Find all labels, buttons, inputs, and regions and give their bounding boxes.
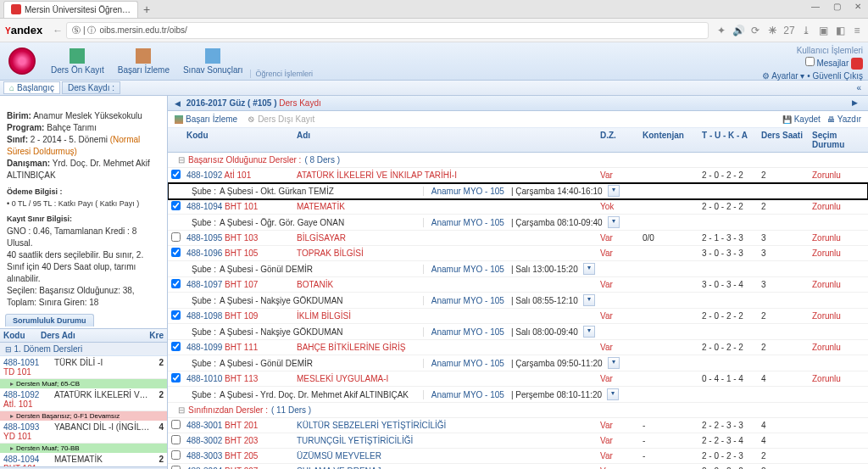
btn-ders-disi: 🛇 Ders Dışı Kayıt — [248, 114, 314, 124]
btn-kaydet[interactable]: 💾 Kaydet — [782, 114, 821, 124]
home-icon: ⌂ — [9, 83, 14, 92]
settings-button[interactable]: ⚙ Ayarlar ▾ — [762, 71, 805, 81]
addr-extensions: ✦ 🔊 ⟳ ☀ 27 ⤓ ▣ ◧ ≡ — [715, 25, 863, 36]
btn-yazdir[interactable]: 🖶 Yazdır — [827, 114, 861, 124]
section-fail[interactable]: ⊟Başarısız Olduğunuz Dersler : ( 8 Ders … — [168, 153, 868, 168]
table-row[interactable]: 488-3004 BHT 207 SULAMA VE DRENAJ Var - … — [168, 464, 868, 469]
course-row[interactable]: 488-1093 YD 101YABANCI DİL -I (İNGİLİZCE… — [0, 421, 167, 444]
table-row[interactable]: 488-3002 BHT 203 TURUNÇGİL YETİŞTİRİCİLİ… — [168, 433, 868, 449]
table-row[interactable]: 488-1094 BHT 101 MATEMATİK Yok 2 - 0 - 2… — [168, 199, 868, 215]
url-input[interactable]: Ⓢ | ⓘ oibs.mersin.edu.tr/oibs/ — [66, 22, 709, 39]
university-logo — [8, 47, 36, 75]
main-grid: Kodu Adı D.Z. Kontenjan T - U - K - A De… — [168, 128, 868, 469]
bars-icon — [175, 115, 183, 124]
table-row[interactable]: 488-1096 BHT 105 TOPRAK BİLGİSİ Var 3 - … — [168, 246, 868, 261]
section-class[interactable]: ⊟Sınıfınızdan Dersler : ( 11 Ders ) — [168, 403, 868, 418]
crumb-home[interactable]: ⌂Başlangıç — [3, 81, 60, 94]
tab-sorumluluk[interactable]: Sorumluluk Durumu — [5, 314, 94, 327]
limit-header: Kayıt Sınır Bilgisi: — [0, 212, 167, 226]
row-checkbox[interactable] — [171, 435, 181, 444]
right-panel: ◀ 2016-2017 Güz ( #105 ) Ders Kaydı ▶ Ba… — [168, 96, 868, 469]
row-checkbox[interactable] — [171, 310, 181, 320]
grid-header: Kodu Adı D.Z. Kontenjan T - U - K - A De… — [168, 128, 868, 153]
row-checkbox[interactable] — [171, 279, 181, 288]
row-checkbox[interactable] — [171, 373, 181, 382]
close-button[interactable]: ✕ — [851, 2, 865, 11]
left-panel: Birim: Anamur Meslek Yüksekokulu Program… — [0, 96, 168, 469]
group-row-1donem[interactable]: ⊟ 1. Dönem Dersleri — [0, 343, 167, 356]
tool-basari-izleme[interactable]: Başarı İzleme — [111, 48, 176, 75]
row-checkbox[interactable] — [171, 201, 181, 210]
table-row[interactable]: 488-1099 BHT 111 BAHÇE BİTKİLERİNE GİRİŞ… — [168, 340, 868, 355]
chart-icon — [70, 48, 85, 64]
row-checkbox[interactable] — [171, 466, 181, 469]
table-row[interactable]: 488-1092 Atİ 101 ATATÜRK İLKELERİ VE İNK… — [168, 168, 868, 183]
row-checkbox[interactable] — [171, 232, 181, 242]
semester-bar: ◀ 2016-2017 Güz ( #105 ) Ders Kaydı ▶ — [168, 96, 868, 111]
address-bar: Yandex ← Ⓢ | ⓘ oibs.mersin.edu.tr/oibs/ … — [0, 19, 868, 42]
yandex-logo: Yandex — [5, 24, 42, 36]
logout-button[interactable]: Güvenli Çıkış — [813, 71, 863, 81]
breadcrumb: ⌂Başlangıç Ders Kaydı : « — [0, 81, 868, 96]
limit-info: GNO : 0.46, Tamamlanan Kredi : 8 Ulusal.… — [0, 226, 167, 312]
messages-checkbox[interactable] — [805, 57, 815, 66]
ext-icon[interactable]: ⟳ — [749, 25, 761, 36]
weather-icon: ☀ — [766, 25, 778, 36]
menu-icon[interactable]: ≡ — [851, 25, 863, 36]
table-row[interactable]: 488-3003 BHT 205 ÜZÜMSÜ MEYVELER Var - 2… — [168, 449, 868, 464]
section-user-label: Kullanıcı İşlemleri — [762, 46, 863, 55]
url-text: oibs.mersin.edu.tr/oibs/ — [99, 25, 186, 35]
row-checkbox[interactable] — [171, 420, 181, 429]
course-row[interactable]: 488-1094 BHT 101MATEMATİK2 — [0, 453, 167, 466]
ext-icon[interactable]: ▣ — [817, 25, 829, 36]
row-checkbox[interactable] — [171, 450, 181, 460]
back-button[interactable]: ← — [49, 25, 66, 36]
tool-sinav-sonuclari[interactable]: Sınav Sonuçları — [176, 48, 250, 75]
maximize-button[interactable]: ▢ — [830, 2, 844, 11]
minimize-button[interactable]: — — [808, 2, 823, 11]
row-checkbox[interactable] — [171, 342, 181, 351]
score-icon — [205, 48, 220, 64]
chevron-right-icon[interactable]: ▶ — [852, 98, 858, 107]
ext-icon[interactable]: ◧ — [834, 25, 846, 36]
ext-icon[interactable]: ✦ — [715, 25, 727, 36]
tab-title: Mersin Üniversitesi Öğren… — [25, 5, 131, 14]
table-row[interactable]: 488-3001 BHT 201 KÜLTÜR SEBZELERİ YETİŞT… — [168, 418, 868, 433]
btn-basari-izleme[interactable]: Başarı İzleme — [175, 114, 237, 124]
user-panel: Kullanıcı İşlemleri Mesajlar ⚙ Ayarlar ▾… — [762, 46, 863, 82]
course-row[interactable]: 488-1091 TD 101TÜRK DİLİ -I2 — [0, 356, 167, 379]
status-row: Dersten Muaf; 70-BB — [0, 444, 167, 453]
sube-dropdown[interactable]: ▾ — [607, 388, 619, 400]
row-checkbox[interactable] — [171, 248, 181, 257]
sube-dropdown[interactable]: ▾ — [583, 326, 595, 338]
crumb-current[interactable]: Ders Kaydı : — [62, 81, 120, 94]
sube-row: Şube : A Şubesi - Yrd. Doç. Dr. Mehmet A… — [168, 387, 868, 403]
messages-label: Mesajlar — [816, 59, 849, 68]
table-row[interactable]: 488-1010 BHT 113 MESLEKİ UYGULAMA-I Var … — [168, 371, 868, 387]
sube-row: Şube : A Şubesi - Nakşiye GÖKDUMAN Anamu… — [168, 293, 868, 309]
crumb-collapse[interactable]: « — [853, 83, 865, 92]
window-controls: — ▢ ✕ — [808, 2, 865, 11]
table-row[interactable]: 488-1095 BHT 103 BİLGİSAYAR Var 0/0 2 - … — [168, 231, 868, 246]
row-checkbox[interactable] — [171, 170, 181, 179]
sube-dropdown[interactable]: ▾ — [608, 216, 620, 228]
course-row[interactable]: 488-1092 Atİ. 101ATATÜRK İLKELERİ VE İNK… — [0, 388, 167, 411]
tool-ders-on-kayit[interactable]: Ders Ön Kayıt — [44, 48, 111, 75]
chevron-left-icon[interactable]: ◀ — [175, 99, 181, 108]
table-row[interactable]: 488-1098 BHT 109 İKLİM BİLGİSİ Var 2 - 0… — [168, 309, 868, 324]
table-row[interactable]: 488-1097 BHT 107 BOTANİK Var 3 - 0 - 3 -… — [168, 277, 868, 293]
payment-header: Ödeme Bilgisi : — [0, 185, 167, 198]
favicon — [11, 4, 21, 14]
browser-tab[interactable]: Mersin Üniversitesi Öğren… — [3, 1, 138, 18]
sube-dropdown[interactable]: ▾ — [608, 185, 620, 197]
sube-dropdown[interactable]: ▾ — [608, 357, 620, 369]
main-split: Birim: Anamur Meslek Yüksekokulu Program… — [0, 96, 868, 469]
logout-icon[interactable] — [851, 58, 863, 70]
sube-dropdown[interactable]: ▾ — [583, 294, 595, 306]
bookmark-icon[interactable]: ⤓ — [800, 25, 812, 36]
ext-icon[interactable]: 🔊 — [732, 25, 744, 36]
sube-row: Şube : A Şubesi - Gönül DEMİR Anamur MYO… — [168, 261, 868, 277]
sube-row: Şube : A Şubesi - Gönül DEMİR Anamur MYO… — [168, 355, 868, 371]
sube-dropdown[interactable]: ▾ — [583, 263, 595, 275]
new-tab-button[interactable]: + — [138, 3, 155, 16]
